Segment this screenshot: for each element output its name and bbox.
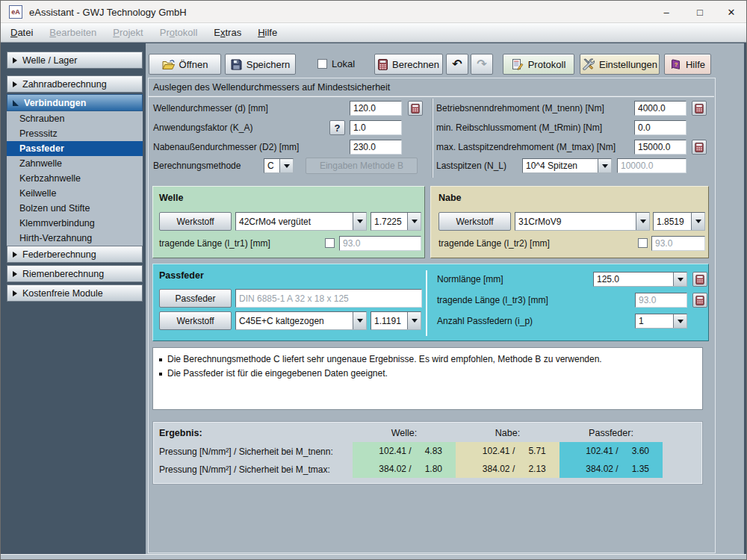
dropdown-arrow-button[interactable] <box>353 213 366 230</box>
menu-extras[interactable]: Extras <box>205 27 249 38</box>
sidebar-item-presssitz[interactable]: Presssitz <box>7 126 143 141</box>
sidebar-section-verbindungen[interactable]: Verbindungen <box>7 94 143 111</box>
dropdown-arrow-button[interactable] <box>673 273 686 286</box>
nabenaussendurchmesser-input[interactable] <box>350 140 402 155</box>
save-button[interactable]: Speichern <box>225 54 296 75</box>
pressure-value: 384.02 / <box>456 464 515 474</box>
help-button[interactable]: ? Hilfe <box>664 54 711 75</box>
welle-material-dropdown[interactable]: 42CrMo4 vergütet <box>235 212 367 231</box>
nabe-material-number-dropdown[interactable]: 1.8519 <box>653 212 705 231</box>
passfeder-length-calc-button[interactable] <box>692 293 707 308</box>
nabe-length-checkbox[interactable] <box>638 238 648 248</box>
chevron-down-icon <box>678 278 684 281</box>
chevron-right-icon <box>13 81 17 87</box>
menu-datei[interactable]: Datei <box>2 27 41 38</box>
nabe-werkstoff-button[interactable]: Werkstoff <box>438 212 511 231</box>
dropdown-arrow-button[interactable] <box>279 159 293 172</box>
sidebar-section-zahnradberechnung[interactable]: Zahnradberechnung <box>7 75 143 93</box>
sidebar-section-riemenberechnung[interactable]: Riemenberechnung <box>7 265 143 282</box>
calculator-icon <box>378 59 388 70</box>
betriebsnenndrehmoment-calc-button[interactable] <box>692 101 707 116</box>
welle-werkstoff-button[interactable]: Werkstoff <box>159 212 232 231</box>
calculate-button[interactable]: Berechnen <box>374 54 443 75</box>
nabe-length-label: tragende Länge (l_tr2) [mm] <box>438 238 550 249</box>
dropdown-arrow-button[interactable] <box>353 312 366 329</box>
field-label-wellendurchmesser: Wellendurchmesser (d) [mm] <box>153 103 268 113</box>
sidebar-item-bolzen-und-stifte[interactable]: Bolzen und Stifte <box>7 201 143 216</box>
chevron-down-icon <box>695 220 701 223</box>
pressure-value: 384.02 / <box>560 464 619 474</box>
passfeder-werkstoff-button[interactable]: Werkstoff <box>159 311 232 330</box>
welle-material-number-dropdown[interactable]: 1.7225 <box>371 212 421 231</box>
dropdown-arrow-button[interactable] <box>598 159 611 172</box>
sidebar-item-schrauben[interactable]: Schrauben <box>7 111 143 126</box>
anwendungsfaktor-help-button[interactable]: ? <box>329 120 345 135</box>
results-block-nabe: 102.41 / 5.71 384.02 / 2.13 <box>456 442 560 478</box>
chevron-down-icon <box>412 220 418 223</box>
dropdown-arrow-button[interactable] <box>407 312 421 329</box>
wellendurchmesser-input[interactable] <box>350 101 402 116</box>
welle-section-title: Welle <box>159 193 183 203</box>
sidebar-item-kerbzahnwelle[interactable]: Kerbzahnwelle <box>7 171 143 186</box>
sidebar-section-welle-lager[interactable]: Welle / Lager <box>7 52 143 69</box>
undo-button[interactable]: ↶ <box>446 54 468 75</box>
passfeder-select-button[interactable]: Passfeder <box>159 289 232 308</box>
anzahl-passfedern-dropdown[interactable]: 1 <box>635 314 687 329</box>
field-label-berechnungsmethode: Berechnungsmethode <box>153 161 241 171</box>
results-row: 384.02 / 1.35 <box>560 460 663 478</box>
results-row: 384.02 / 2.13 <box>456 460 560 478</box>
bullet-icon <box>159 373 162 376</box>
close-button[interactable]: ✕ <box>717 1 746 23</box>
sidebar-item-passfeder[interactable]: Passfeder <box>7 141 143 156</box>
nabe-material-dropdown[interactable]: 31CrMoV9 <box>515 212 650 231</box>
calculate-button-label: Berechnen <box>392 59 439 70</box>
passfeder-material-number-dropdown[interactable]: 1.1191 <box>371 311 421 330</box>
local-checkbox-label: Lokal <box>332 58 355 69</box>
sidebar-section-label: Welle / Lager <box>22 55 77 66</box>
welle-material-value: 42CrMo4 vergütet <box>236 213 353 230</box>
floppy-disk-icon <box>231 59 242 70</box>
dropdown-arrow-button[interactable] <box>636 213 649 230</box>
page-title: Auslegen des Wellendurchmessers auf Mind… <box>153 82 390 93</box>
minimize-button[interactable]: – <box>652 1 681 23</box>
open-button[interactable]: Öffnen <box>149 54 221 75</box>
lastspitzendrehmoment-calc-button[interactable] <box>692 140 707 155</box>
message-line: Die Berechnungsmethode C liefert sehr un… <box>159 352 696 367</box>
sidebar-item-hirth-verzahnung[interactable]: Hirth-Verzahnung <box>7 231 143 246</box>
window-title: eAssistant - GWJ Technology GmbH <box>29 7 187 18</box>
settings-button[interactable]: Einstellungen <box>580 54 660 75</box>
dropdown-arrow-button[interactable] <box>673 314 686 328</box>
passfeder-section: Passfeder Passfeder Werkstoff C45E+C kal… <box>152 264 709 341</box>
betriebsnenndrehmoment-input[interactable] <box>634 101 686 116</box>
lastspitzen-dropdown[interactable]: 10^4 Spitzen <box>522 158 612 173</box>
sidebar-section-federberechnung[interactable]: Federberechnung <box>7 246 143 263</box>
local-checkbox[interactable] <box>317 59 327 69</box>
results-row: 102.41 / 4.83 <box>353 442 456 460</box>
protocol-button[interactable]: Protokoll <box>503 54 574 75</box>
wellendurchmesser-calc-button[interactable] <box>408 101 423 116</box>
sidebar-item-klemmverbindung[interactable]: Klemmverbindung <box>7 216 143 231</box>
field-label-nabenaussendurchmesser: Nabenaußendurchmesser (D2) [mm] <box>153 142 299 152</box>
normlaenge-calc-button[interactable] <box>692 272 707 287</box>
reibschlussmoment-input[interactable] <box>634 120 686 135</box>
nabe-length-input <box>651 236 705 251</box>
dropdown-arrow-button[interactable] <box>407 213 421 230</box>
lastspitzen-count-input <box>617 158 686 173</box>
results-block-passfeder: 102.41 / 3.60 384.02 / 1.35 <box>560 442 663 478</box>
lastspitzendrehmoment-input[interactable] <box>634 140 686 155</box>
welle-length-checkbox[interactable] <box>325 238 335 248</box>
menu-hilfe[interactable]: Hilfe <box>249 27 285 38</box>
protocol-button-label: Protokoll <box>528 59 566 70</box>
maximize-button[interactable]: □ <box>686 1 714 23</box>
sidebar-item-keilwelle[interactable]: Keilwelle <box>7 186 143 201</box>
normlaenge-dropdown[interactable]: 125.0 <box>593 272 687 287</box>
sidebar-section-kostenfreie-module[interactable]: Kostenfreie Module <box>7 284 143 302</box>
dropdown-arrow-button[interactable] <box>691 213 704 230</box>
sidebar-item-zahnwelle[interactable]: Zahnwelle <box>7 156 143 171</box>
welle-material-number-value: 1.7225 <box>371 213 407 230</box>
anwendungsfaktor-input[interactable] <box>350 120 402 135</box>
passfeder-material-dropdown[interactable]: C45E+C kaltgezogen <box>235 311 367 330</box>
eingaben-methode-b-button: Eingaben Methode B <box>306 158 418 174</box>
form-column-separator <box>432 99 433 178</box>
berechnungsmethode-dropdown[interactable]: C <box>264 158 294 173</box>
